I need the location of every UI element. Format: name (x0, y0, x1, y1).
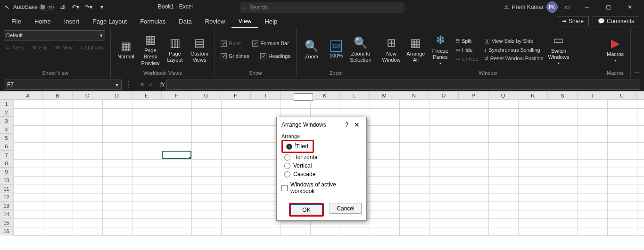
column-header[interactable]: Q (488, 91, 518, 99)
radio-horizontal[interactable]: Horizontal (281, 153, 362, 161)
column-header[interactable]: G (191, 91, 221, 99)
column-header[interactable]: S (548, 91, 578, 99)
redo-icon[interactable]: ↷▾ (84, 2, 93, 12)
radio-vertical[interactable]: Vertical (281, 161, 362, 170)
formula-input[interactable] (166, 80, 640, 90)
macros-button[interactable]: ▶Macros▾ (604, 33, 627, 66)
exit-button[interactable]: 👁Exit (30, 43, 50, 51)
headings-checkbox[interactable]: ✓Headings (258, 52, 292, 60)
row-header[interactable]: 9 (0, 168, 13, 176)
row-header[interactable]: 11 (0, 185, 13, 193)
enter-formula-icon[interactable]: ✓ (149, 81, 154, 88)
row-header[interactable]: 2 (0, 108, 13, 117)
minimize-button[interactable]: ─ (577, 0, 598, 14)
row-header[interactable]: 12 (0, 193, 13, 202)
custom-views-button[interactable]: ▤Custom Views (188, 33, 211, 66)
column-header[interactable]: T (578, 91, 607, 99)
arrange-all-button[interactable]: ▦Arrange All (405, 33, 427, 66)
column-header[interactable]: L (340, 91, 370, 99)
row-header[interactable]: 8 (0, 159, 13, 168)
tab-file[interactable]: File (5, 15, 28, 28)
collapse-ribbon-button[interactable]: ︿ (631, 66, 644, 78)
split-button[interactable]: ⊟Split (454, 37, 480, 45)
row-header[interactable]: 3 (0, 117, 13, 125)
column-header[interactable]: I (251, 91, 281, 99)
tab-view[interactable]: View (231, 15, 258, 28)
column-header[interactable]: A (13, 91, 43, 99)
row-header[interactable]: 14 (0, 210, 13, 218)
column-header[interactable]: E (132, 91, 162, 99)
column-header[interactable]: B (43, 91, 73, 99)
column-header[interactable]: K (310, 91, 340, 99)
comments-button[interactable]: 💬Comments (593, 16, 639, 26)
formula-bar-checkbox[interactable]: ✓Formula Bar (250, 40, 291, 48)
normal-view-button[interactable]: ▦Normal (115, 33, 137, 66)
view-options-button[interactable]: ≡Options (78, 43, 105, 51)
help-button[interactable]: ? (341, 121, 352, 128)
qat-customize-icon[interactable]: ▾ (97, 2, 107, 12)
new-window-button[interactable]: ⊞New Window (380, 33, 403, 66)
hide-button[interactable]: ▭Hide (454, 46, 480, 54)
toggle-off-icon[interactable]: Off (40, 4, 54, 10)
keep-button[interactable]: ▭Keep (4, 43, 26, 51)
row-header[interactable]: 16 (0, 227, 13, 235)
selected-cell[interactable] (162, 151, 191, 159)
tab-page-layout[interactable]: Page Layout (86, 15, 133, 28)
row-header[interactable]: 6 (0, 142, 13, 151)
close-button[interactable]: ✕ (619, 0, 640, 14)
sheet-view-select[interactable]: Default▾ (4, 30, 105, 40)
row-header[interactable]: 7 (0, 151, 13, 159)
row-header[interactable]: 4 (0, 125, 13, 134)
autosave-toggle[interactable]: AutoSave Off (13, 4, 54, 10)
radio-cascade[interactable]: Cascade (281, 170, 362, 178)
search-box[interactable]: ⌕ Search (239, 2, 405, 13)
row-header[interactable]: 10 (0, 176, 13, 185)
tab-review[interactable]: Review (198, 15, 232, 28)
row-header[interactable]: 5 (0, 134, 13, 142)
gridlines-checkbox[interactable]: ✓Gridlines (219, 52, 251, 60)
close-icon[interactable]: ✕ (352, 121, 362, 129)
name-box[interactable]: F7▾ (4, 80, 122, 90)
row-header[interactable]: 15 (0, 218, 13, 227)
tab-help[interactable]: Help (258, 15, 284, 28)
tab-data[interactable]: Data (172, 15, 198, 28)
row-header[interactable]: 1 (0, 100, 13, 108)
zoom-100-button[interactable]: 100100% (325, 33, 347, 66)
column-header[interactable]: U (607, 91, 637, 99)
chevron-down-icon: ▾ (116, 81, 118, 88)
undo-icon[interactable]: ↶▾ (71, 2, 80, 12)
user-account[interactable]: ⚠ Prem Kumar PK (504, 1, 558, 13)
column-header[interactable]: D (102, 91, 132, 99)
column-header[interactable]: N (399, 91, 429, 99)
active-workbook-checkbox[interactable]: Windows of active workbook (281, 178, 362, 195)
tab-formulas[interactable]: Formulas (133, 15, 172, 28)
tab-insert[interactable]: Insert (58, 15, 86, 28)
save-icon[interactable]: 🖫 (58, 2, 67, 12)
page-layout-button[interactable]: ▥Page Layout (164, 33, 186, 66)
cancel-formula-icon[interactable]: ✕ (140, 81, 145, 88)
row-header[interactable]: 13 (0, 202, 13, 210)
radio-tiled[interactable]: Tiled (283, 142, 312, 151)
switch-windows-button[interactable]: ▭Switch Windows▾ (547, 33, 570, 66)
column-header[interactable]: M (370, 91, 399, 99)
ribbon-display-icon[interactable]: ▭ (562, 2, 572, 12)
cursor-icon: ↖ (5, 4, 9, 10)
share-button[interactable]: ➦Share (557, 16, 589, 26)
tab-home[interactable]: Home (28, 15, 58, 28)
new-view-button[interactable]: 👁New (53, 43, 74, 51)
column-header[interactable]: O (429, 91, 459, 99)
freeze-panes-button[interactable]: ❄Freeze Panes▾ (429, 33, 452, 66)
page-break-button[interactable]: ▦Page Break Preview (139, 33, 162, 66)
column-header[interactable]: F (162, 91, 191, 99)
ok-button[interactable]: OK (290, 204, 322, 215)
zoom-selection-button[interactable]: 🔍Zoom to Selection (349, 33, 372, 66)
maximize-button[interactable]: ▢ (598, 0, 619, 14)
zoom-button[interactable]: 🔍Zoom (300, 33, 323, 66)
select-all-corner[interactable] (0, 91, 13, 99)
column-header[interactable]: C (73, 91, 102, 99)
fx-icon[interactable]: fx (158, 81, 166, 88)
column-header[interactable]: H (221, 91, 251, 99)
column-header[interactable]: P (459, 91, 488, 99)
column-header[interactable]: R (518, 91, 548, 99)
cancel-button[interactable]: Cancel (330, 203, 362, 214)
